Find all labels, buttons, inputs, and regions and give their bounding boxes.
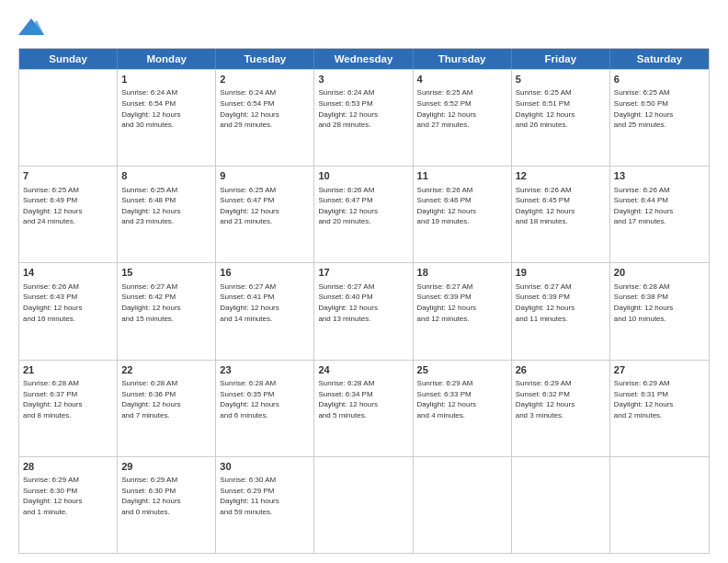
- cal-cell: 21Sunrise: 6:28 AM Sunset: 6:37 PM Dayli…: [19, 361, 118, 456]
- cal-cell: 18Sunrise: 6:27 AM Sunset: 6:39 PM Dayli…: [414, 263, 512, 359]
- cal-cell: 20Sunrise: 6:28 AM Sunset: 6:38 PM Dayli…: [610, 263, 709, 359]
- day-info: Sunrise: 6:27 AM Sunset: 6:39 PM Dayligh…: [516, 282, 606, 324]
- day-number: 18: [417, 266, 507, 280]
- cal-week: 1Sunrise: 6:24 AM Sunset: 6:54 PM Daylig…: [19, 69, 709, 166]
- cal-cell: 8Sunrise: 6:25 AM Sunset: 6:48 PM Daylig…: [118, 167, 216, 262]
- cal-header-cell: Saturday: [610, 49, 709, 69]
- day-info: Sunrise: 6:28 AM Sunset: 6:38 PM Dayligh…: [614, 282, 705, 324]
- day-number: 23: [220, 363, 310, 377]
- cal-cell: 15Sunrise: 6:27 AM Sunset: 6:42 PM Dayli…: [118, 263, 216, 359]
- cal-cell: 10Sunrise: 6:26 AM Sunset: 6:47 PM Dayli…: [314, 167, 413, 262]
- day-number: 22: [121, 363, 211, 377]
- day-info: Sunrise: 6:27 AM Sunset: 6:39 PM Dayligh…: [417, 282, 507, 324]
- cal-cell: [19, 70, 118, 166]
- cal-cell: 26Sunrise: 6:29 AM Sunset: 6:32 PM Dayli…: [512, 361, 610, 456]
- day-number: 16: [220, 266, 310, 280]
- day-number: 5: [516, 73, 606, 86]
- day-number: 9: [220, 169, 310, 183]
- day-number: 21: [23, 363, 113, 377]
- cal-week: 14Sunrise: 6:26 AM Sunset: 6:43 PM Dayli…: [19, 262, 709, 359]
- day-info: Sunrise: 6:28 AM Sunset: 6:36 PM Dayligh…: [121, 378, 211, 420]
- day-info: Sunrise: 6:27 AM Sunset: 6:40 PM Dayligh…: [318, 282, 408, 324]
- cal-header-cell: Tuesday: [216, 49, 314, 69]
- day-number: 3: [318, 73, 408, 86]
- day-info: Sunrise: 6:26 AM Sunset: 6:44 PM Dayligh…: [614, 185, 705, 227]
- day-info: Sunrise: 6:29 AM Sunset: 6:33 PM Dayligh…: [417, 378, 507, 420]
- cal-cell: 12Sunrise: 6:26 AM Sunset: 6:45 PM Dayli…: [512, 167, 610, 262]
- cal-cell: 1Sunrise: 6:24 AM Sunset: 6:54 PM Daylig…: [118, 70, 216, 166]
- cal-cell: 29Sunrise: 6:29 AM Sunset: 6:30 PM Dayli…: [118, 457, 216, 553]
- day-info: Sunrise: 6:27 AM Sunset: 6:41 PM Dayligh…: [220, 282, 310, 324]
- day-number: 19: [516, 266, 606, 280]
- calendar-body: 1Sunrise: 6:24 AM Sunset: 6:54 PM Daylig…: [19, 69, 709, 553]
- day-number: 12: [516, 169, 606, 183]
- day-info: Sunrise: 6:30 AM Sunset: 6:29 PM Dayligh…: [220, 475, 310, 517]
- day-number: 11: [417, 169, 507, 183]
- cal-cell: [512, 457, 610, 553]
- day-info: Sunrise: 6:26 AM Sunset: 6:47 PM Dayligh…: [318, 185, 408, 227]
- day-info: Sunrise: 6:27 AM Sunset: 6:42 PM Dayligh…: [121, 282, 211, 324]
- day-info: Sunrise: 6:26 AM Sunset: 6:46 PM Dayligh…: [417, 185, 507, 227]
- cal-header-cell: Thursday: [414, 49, 512, 69]
- day-number: 10: [318, 169, 408, 183]
- cal-cell: 23Sunrise: 6:28 AM Sunset: 6:35 PM Dayli…: [216, 361, 314, 456]
- day-info: Sunrise: 6:26 AM Sunset: 6:43 PM Dayligh…: [23, 282, 113, 324]
- day-info: Sunrise: 6:29 AM Sunset: 6:30 PM Dayligh…: [23, 475, 113, 517]
- day-info: Sunrise: 6:24 AM Sunset: 6:54 PM Dayligh…: [220, 87, 310, 130]
- cal-cell: 14Sunrise: 6:26 AM Sunset: 6:43 PM Dayli…: [19, 263, 118, 359]
- day-info: Sunrise: 6:24 AM Sunset: 6:54 PM Dayligh…: [121, 87, 211, 130]
- cal-cell: 4Sunrise: 6:25 AM Sunset: 6:52 PM Daylig…: [414, 70, 512, 166]
- calendar: SundayMondayTuesdayWednesdayThursdayFrid…: [18, 48, 710, 554]
- calendar-header-row: SundayMondayTuesdayWednesdayThursdayFrid…: [19, 49, 709, 69]
- cal-cell: 25Sunrise: 6:29 AM Sunset: 6:33 PM Dayli…: [414, 361, 512, 456]
- logo: [18, 17, 48, 39]
- day-number: 7: [23, 169, 113, 183]
- day-info: Sunrise: 6:25 AM Sunset: 6:52 PM Dayligh…: [417, 87, 507, 130]
- cal-cell: 30Sunrise: 6:30 AM Sunset: 6:29 PM Dayli…: [216, 457, 314, 553]
- day-number: 27: [614, 363, 705, 377]
- cal-cell: 19Sunrise: 6:27 AM Sunset: 6:39 PM Dayli…: [512, 263, 610, 359]
- day-number: 13: [614, 169, 705, 183]
- day-number: 4: [417, 73, 507, 86]
- day-info: Sunrise: 6:25 AM Sunset: 6:50 PM Dayligh…: [614, 87, 705, 130]
- cal-header-cell: Monday: [118, 49, 216, 69]
- cal-cell: 5Sunrise: 6:25 AM Sunset: 6:51 PM Daylig…: [512, 70, 610, 166]
- day-number: 24: [318, 363, 408, 377]
- day-number: 29: [121, 460, 211, 474]
- day-number: 28: [23, 460, 113, 474]
- cal-header-cell: Sunday: [19, 49, 118, 69]
- day-info: Sunrise: 6:28 AM Sunset: 6:37 PM Dayligh…: [23, 378, 113, 420]
- cal-cell: 27Sunrise: 6:29 AM Sunset: 6:31 PM Dayli…: [610, 361, 709, 456]
- day-number: 17: [318, 266, 408, 280]
- day-info: Sunrise: 6:25 AM Sunset: 6:51 PM Dayligh…: [516, 87, 606, 130]
- day-info: Sunrise: 6:28 AM Sunset: 6:35 PM Dayligh…: [220, 378, 310, 420]
- logo-icon: [18, 17, 44, 39]
- day-info: Sunrise: 6:29 AM Sunset: 6:31 PM Dayligh…: [614, 378, 705, 420]
- day-info: Sunrise: 6:28 AM Sunset: 6:34 PM Dayligh…: [318, 378, 408, 420]
- cal-cell: 2Sunrise: 6:24 AM Sunset: 6:54 PM Daylig…: [216, 70, 314, 166]
- cal-header-cell: Friday: [512, 49, 610, 69]
- cal-week: 21Sunrise: 6:28 AM Sunset: 6:37 PM Dayli…: [19, 360, 709, 456]
- day-number: 25: [417, 363, 507, 377]
- cal-cell: 9Sunrise: 6:25 AM Sunset: 6:47 PM Daylig…: [216, 167, 314, 262]
- cal-cell: 7Sunrise: 6:25 AM Sunset: 6:49 PM Daylig…: [19, 167, 118, 262]
- day-info: Sunrise: 6:26 AM Sunset: 6:45 PM Dayligh…: [516, 185, 606, 227]
- header: [18, 17, 710, 39]
- day-info: Sunrise: 6:29 AM Sunset: 6:32 PM Dayligh…: [516, 378, 606, 420]
- cal-cell: [314, 457, 413, 553]
- cal-header-cell: Wednesday: [314, 49, 413, 69]
- cal-cell: 3Sunrise: 6:24 AM Sunset: 6:53 PM Daylig…: [314, 70, 413, 166]
- day-number: 2: [220, 73, 310, 86]
- day-info: Sunrise: 6:24 AM Sunset: 6:53 PM Dayligh…: [318, 87, 408, 130]
- cal-cell: 28Sunrise: 6:29 AM Sunset: 6:30 PM Dayli…: [19, 457, 118, 553]
- day-number: 8: [121, 169, 211, 183]
- day-number: 1: [121, 73, 211, 86]
- cal-cell: 24Sunrise: 6:28 AM Sunset: 6:34 PM Dayli…: [314, 361, 413, 456]
- day-info: Sunrise: 6:25 AM Sunset: 6:47 PM Dayligh…: [220, 185, 310, 227]
- cal-cell: [610, 457, 709, 553]
- cal-cell: 17Sunrise: 6:27 AM Sunset: 6:40 PM Dayli…: [314, 263, 413, 359]
- day-number: 26: [516, 363, 606, 377]
- cal-cell: 13Sunrise: 6:26 AM Sunset: 6:44 PM Dayli…: [610, 167, 709, 262]
- day-info: Sunrise: 6:25 AM Sunset: 6:48 PM Dayligh…: [121, 185, 211, 227]
- day-info: Sunrise: 6:29 AM Sunset: 6:30 PM Dayligh…: [121, 475, 211, 517]
